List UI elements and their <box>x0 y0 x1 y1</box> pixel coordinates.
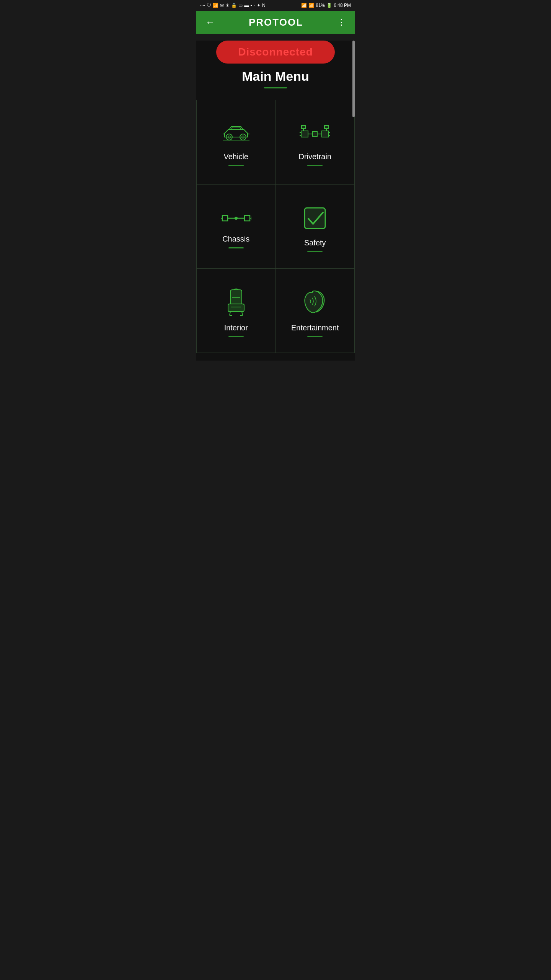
status-left: ···· 🛡 📶 ✉ ☀ 🔒 ▭ ▬ ▪ ▫ ✦ N <box>200 3 266 8</box>
entertainment-icon <box>302 288 328 317</box>
battery-icon: 🔋 <box>326 3 332 8</box>
display-icon: ▭ <box>238 3 243 8</box>
menu-item-chassis[interactable]: Chassis <box>197 185 276 269</box>
app-title: PROTOOL <box>249 16 303 28</box>
svg-rect-8 <box>322 131 329 137</box>
svg-rect-7 <box>301 131 308 137</box>
menu-item-drivetrain[interactable]: Drivetrain <box>276 100 355 185</box>
overflow-menu-button[interactable]: ⋮ <box>334 14 349 30</box>
vehicle-label: Vehicle <box>224 152 249 161</box>
svg-rect-17 <box>302 126 305 129</box>
chassis-underline <box>228 247 244 248</box>
mail-icon: ✉ <box>220 3 224 8</box>
safety-label: Safety <box>304 238 326 247</box>
status-bar: ···· 🛡 📶 ✉ ☀ 🔒 ▭ ▬ ▪ ▫ ✦ N 📶 📶 81% 🔋 6:4… <box>196 0 355 11</box>
safety-icon <box>302 205 328 232</box>
shield-icon: 🛡 <box>207 3 211 8</box>
menu-item-interior[interactable]: Interior <box>197 269 276 353</box>
entertainment-label: Entertainment <box>291 323 339 332</box>
image-icon: ▪ <box>250 3 252 8</box>
menu-item-vehicle[interactable]: Vehicle <box>197 100 276 185</box>
app-bar: ← PROTOOL ⋮ <box>196 11 355 34</box>
nfc-icon: N <box>262 3 266 8</box>
scrollbar[interactable] <box>352 41 355 117</box>
safety-underline <box>307 251 323 252</box>
notification-dots: ···· <box>200 3 205 8</box>
back-button[interactable]: ← <box>202 14 218 31</box>
disconnected-text: Disconnected <box>238 46 313 58</box>
main-content: Disconnected Main Menu <box>196 41 355 361</box>
menu-grid: Vehicle <box>196 100 355 353</box>
title-underline-decoration <box>264 87 287 88</box>
svg-rect-21 <box>245 216 250 221</box>
svg-line-29 <box>230 312 230 315</box>
menu-item-safety[interactable]: Safety <box>276 185 355 269</box>
battery-level: 81% <box>316 3 325 8</box>
vehicle-underline <box>228 165 244 166</box>
main-menu-title: Main Menu <box>196 69 355 84</box>
interior-underline <box>228 336 244 337</box>
disconnected-banner[interactable]: Disconnected <box>216 41 335 64</box>
svg-rect-28 <box>305 208 325 229</box>
chassis-icon <box>221 209 251 228</box>
interior-label: Interior <box>224 323 248 332</box>
svg-rect-19 <box>324 126 328 129</box>
bluetooth-icon: ✦ <box>257 3 261 8</box>
wifi-icon: 📶 <box>213 3 218 8</box>
time-display: 6:48 PM <box>334 3 351 8</box>
entertainment-underline <box>307 336 323 337</box>
menu-item-entertainment[interactable]: Entertainment <box>276 269 355 353</box>
wifi-signal-icon: 📶 <box>301 3 307 8</box>
chassis-label: Chassis <box>222 235 249 243</box>
svg-rect-11 <box>313 132 317 136</box>
lock-icon: 🔒 <box>231 3 237 8</box>
flip-icon: ▫ <box>254 3 255 8</box>
svg-rect-20 <box>222 216 228 221</box>
interior-icon <box>223 288 249 317</box>
status-right: 📶 📶 81% 🔋 6:48 PM <box>301 3 351 8</box>
drivetrain-underline <box>307 165 323 166</box>
drivetrain-label: Drivetrain <box>298 152 331 161</box>
drivetrain-icon <box>300 122 330 145</box>
svg-line-30 <box>242 312 243 315</box>
signal-bars-icon: 📶 <box>308 3 314 8</box>
svg-point-27 <box>235 217 237 219</box>
car-icon <box>221 122 251 145</box>
monitor-icon: ▬ <box>244 3 249 8</box>
sun-icon: ☀ <box>225 3 230 8</box>
